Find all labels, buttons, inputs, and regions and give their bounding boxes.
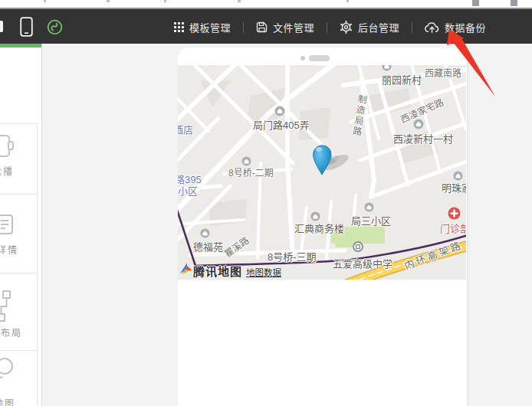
sidebar-item-map[interactable] (0, 356, 15, 387)
map-label: 明珠家 (442, 180, 466, 195)
browser-edge-fragment (164, 0, 166, 2)
phone-speaker-dot (300, 56, 305, 61)
building-icon (382, 65, 392, 70)
map-data-link[interactable]: 地图数据 (246, 266, 281, 278)
menu-separator (412, 22, 412, 33)
map-canvas[interactable]: 丽园新村 西藏南路 制造局路 西凌家宅路 西凌新村一村 局门路405弄 酒店 8… (178, 65, 466, 280)
sidebar-item-carousel[interactable] (0, 134, 14, 162)
sidebar-item-label: 详情 (0, 243, 18, 256)
menu-label: 后台管理 (358, 20, 399, 34)
browser-edge-fragment (107, 0, 110, 2)
grid-icon (174, 22, 184, 32)
clinic-icon (448, 207, 458, 217)
browser-edge-fragment (472, 0, 479, 6)
sidebar-item-label: 轮播 (0, 164, 14, 177)
browser-edge-strip (0, 0, 532, 8)
map-label: 小区 (178, 183, 198, 198)
building-icon (274, 106, 284, 116)
building-icon (413, 119, 423, 129)
building-icon (241, 156, 251, 165)
map-label: 8号桥-二期 (228, 165, 274, 178)
component-sidebar: 轮播 详情 布局 (0, 44, 42, 406)
detail-doc-icon (0, 224, 14, 237)
map-label: 西凌新村一村 (393, 131, 453, 146)
map-label: 五爱高级中学 (333, 256, 392, 270)
menu-item-backend-manage[interactable]: 后台管理 (338, 20, 401, 34)
menu-label: 文件管理 (273, 20, 314, 34)
editor-canvas: 丽园新村 西藏南路 制造局路 西凌家宅路 西凌新村一村 局门路405弄 酒店 8… (43, 44, 532, 406)
menu-item-file-manage[interactable]: 文件管理 (255, 20, 316, 34)
map-label: 局门路405弄 (253, 117, 310, 132)
metro-station-icon (353, 241, 363, 251)
map-pin-outline-icon (0, 373, 15, 386)
map-label: 门诊部 (440, 221, 466, 235)
menu-separator (243, 22, 244, 33)
map-label: 8号桥-三期 (268, 249, 317, 264)
carousel-icon (0, 148, 14, 161)
map-label: 丽园新村 (382, 72, 422, 87)
menu-separator (327, 22, 327, 33)
menu-item-data-backup[interactable]: 数据备份 (423, 20, 488, 34)
sidebar-divider (0, 194, 38, 195)
app-root: 模板管理 文件管理 (0, 0, 532, 406)
building-icon (310, 211, 320, 221)
browser-edge-fragment (346, 0, 349, 2)
map-attribution-brand: 腾讯地图 (193, 263, 242, 279)
phone-preview-frame: 丽园新村 西藏南路 制造局路 西凌家宅路 西凌新村一村 局门路405弄 酒店 8… (178, 47, 468, 406)
layout-nodes-icon (0, 313, 14, 326)
map-label: 酒店 (178, 122, 193, 136)
menu-label: 模板管理 (189, 20, 231, 34)
map-label: 西藏南路 (425, 66, 461, 79)
sidebar-item-layout[interactable] (0, 290, 14, 326)
building-icon (453, 170, 463, 180)
browser-edge-fragment (238, 0, 241, 2)
browser-edge-fragment (511, 0, 517, 6)
phone-speaker-pill (309, 55, 330, 61)
save-icon (256, 21, 268, 33)
mobile-preview-icon[interactable] (20, 17, 33, 40)
link-circle-icon[interactable] (47, 19, 63, 38)
sidebar-item-label: 地图 (0, 396, 15, 406)
map-label: 局三小区 (351, 213, 391, 228)
cloud-upload-icon (425, 21, 439, 33)
monitor-icon-fragment[interactable] (0, 21, 3, 32)
sidebar-divider (0, 123, 38, 124)
sidebar-divider (0, 350, 38, 351)
editor-toolbar: 模板管理 文件管理 (0, 8, 532, 44)
menu-label: 数据备份 (445, 20, 486, 34)
sidebar-divider (37, 123, 38, 406)
sidebar-divider (0, 273, 38, 273)
sidebar-item-label: 布局 (1, 326, 22, 339)
sidebar-accent-bar (0, 44, 42, 47)
browser-edge-fragment (44, 0, 46, 2)
map-label: 汇典商务楼 (294, 221, 344, 235)
toolbar-menu: 模板管理 文件管理 (172, 9, 488, 45)
map-label: 德福苑 (193, 239, 223, 254)
building-icon (364, 201, 374, 211)
tencent-maps-logo (179, 262, 193, 279)
building-icon (200, 228, 210, 237)
menu-item-template-manage[interactable]: 模板管理 (172, 20, 232, 34)
gear-icon (340, 21, 353, 34)
sidebar-item-detail[interactable] (0, 214, 14, 238)
